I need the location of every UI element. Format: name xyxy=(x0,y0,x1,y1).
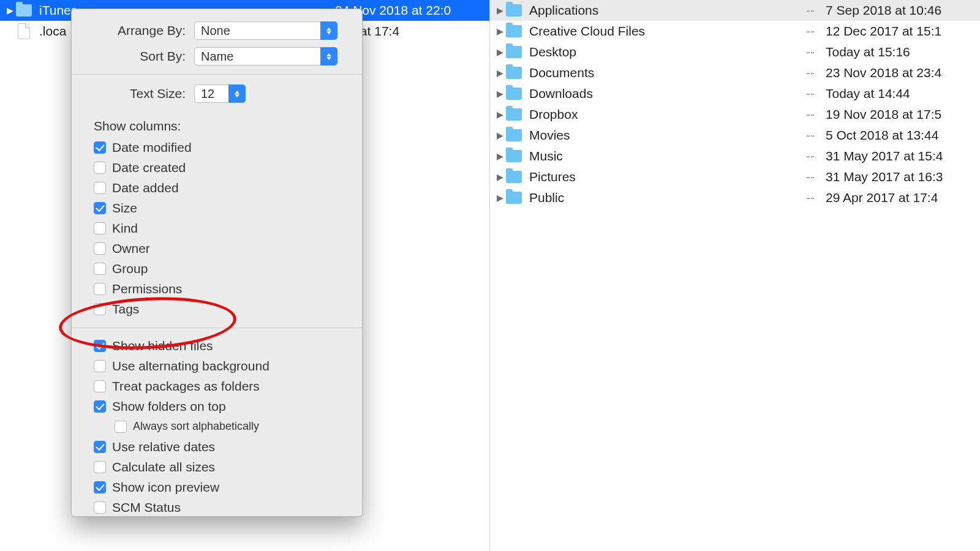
file-date: 7 Sep 2018 at 10:46 xyxy=(826,3,973,18)
option-label: Show hidden files xyxy=(112,339,213,353)
option-label: Date modified xyxy=(112,140,192,155)
checkbox[interactable] xyxy=(94,441,106,453)
file-size: -- xyxy=(806,24,826,39)
checkbox[interactable] xyxy=(94,360,106,372)
disclosure-triangle-icon[interactable]: ▶ xyxy=(495,110,505,119)
checkbox[interactable] xyxy=(94,182,106,194)
folder-icon xyxy=(506,108,522,121)
file-name: .loca xyxy=(33,24,66,39)
file-icon xyxy=(18,23,30,39)
file-size: -- xyxy=(806,86,826,101)
folder-icon xyxy=(506,25,522,37)
file-date: 31 May 2017 at 15:4 xyxy=(826,149,973,163)
file-row[interactable]: ▶Creative Cloud Files--12 Dec 2017 at 15… xyxy=(490,21,980,42)
checkbox[interactable] xyxy=(94,222,106,234)
option-label: Show icon preview xyxy=(112,480,219,495)
file-name: Dropbox xyxy=(523,107,578,122)
option-label: Use alternating background xyxy=(112,359,270,373)
option-row[interactable]: Group xyxy=(94,258,344,279)
left-pane: ▶iTunes--24 Nov 2018 at 22:0.loca017 at … xyxy=(0,0,490,551)
option-row[interactable]: SCM Status xyxy=(94,497,344,517)
checkbox[interactable] xyxy=(94,481,106,493)
disclosure-triangle-icon[interactable]: ▶ xyxy=(495,89,505,99)
right-pane: ▶Applications--7 Sep 2018 at 10:46▶Creat… xyxy=(490,0,980,551)
option-row[interactable]: Owner xyxy=(94,238,344,258)
option-label: Size xyxy=(112,201,137,216)
option-row[interactable]: Tags xyxy=(94,299,344,319)
checkbox[interactable] xyxy=(94,400,106,413)
file-size: -- xyxy=(806,66,826,80)
arrange-by-select[interactable]: None xyxy=(194,21,337,40)
option-label: Show folders on top xyxy=(112,399,226,414)
disclosure-triangle-icon[interactable]: ▶ xyxy=(495,26,505,36)
file-row[interactable]: ▶Downloads--Today at 14:44 xyxy=(490,83,980,104)
sort-by-value: Name xyxy=(201,50,233,64)
text-size-select[interactable]: 12 xyxy=(194,84,246,103)
option-row[interactable]: Use relative dates xyxy=(94,437,344,457)
checkbox[interactable] xyxy=(94,340,106,352)
checkbox[interactable] xyxy=(94,242,106,255)
option-row[interactable]: Always sort alphabetically xyxy=(94,416,344,437)
disclosure-triangle-icon[interactable]: ▶ xyxy=(495,151,505,161)
checkbox[interactable] xyxy=(94,141,106,154)
option-row[interactable]: Use alternating background xyxy=(94,356,344,376)
option-row[interactable]: Kind xyxy=(94,218,344,238)
file-row[interactable]: ▶Public--29 Apr 2017 at 17:4 xyxy=(490,187,980,208)
folder-icon xyxy=(506,46,522,58)
disclosure-triangle-icon[interactable]: ▶ xyxy=(495,130,505,140)
file-row[interactable]: ▶Desktop--Today at 15:16 xyxy=(490,42,980,62)
option-row[interactable]: Show folders on top xyxy=(94,396,344,416)
file-name: Creative Cloud Files xyxy=(523,24,645,39)
file-size: -- xyxy=(806,149,826,163)
disclosure-triangle-icon[interactable]: ▶ xyxy=(495,47,505,57)
option-row[interactable]: Treat packages as folders xyxy=(94,376,344,396)
option-row[interactable]: Date added xyxy=(94,178,344,198)
option-row[interactable]: Date created xyxy=(94,157,344,178)
folder-icon xyxy=(506,171,522,183)
file-row[interactable]: ▶Documents--23 Nov 2018 at 23:4 xyxy=(490,62,980,83)
file-row[interactable]: ▶Music--31 May 2017 at 15:4 xyxy=(490,146,980,167)
folder-icon xyxy=(506,129,522,141)
file-row[interactable]: ▶Movies--5 Oct 2018 at 13:44 xyxy=(490,125,980,146)
folder-icon xyxy=(506,192,522,204)
checkbox[interactable] xyxy=(94,501,106,514)
file-row[interactable]: ▶Applications--7 Sep 2018 at 10:46 xyxy=(490,0,980,21)
file-date: 31 May 2017 at 16:3 xyxy=(826,170,973,184)
file-size: -- xyxy=(806,170,826,184)
disclosure-triangle-icon[interactable]: ▶ xyxy=(495,68,505,78)
disclosure-triangle-icon[interactable]: ▶ xyxy=(495,193,505,203)
file-row[interactable]: ▶Pictures--31 May 2017 at 16:3 xyxy=(490,167,980,187)
option-row[interactable]: Calculate all sizes xyxy=(94,457,344,477)
checkbox[interactable] xyxy=(94,461,106,473)
checkbox[interactable] xyxy=(94,283,106,295)
text-size-label: Text Size: xyxy=(72,86,194,101)
checkbox[interactable] xyxy=(94,202,106,214)
folder-icon xyxy=(506,150,522,162)
checkbox[interactable] xyxy=(94,380,106,392)
option-row[interactable]: Date modified xyxy=(94,137,344,157)
file-name: Pictures xyxy=(523,170,576,184)
disclosure-triangle-icon[interactable]: ▶ xyxy=(5,6,15,15)
checkbox[interactable] xyxy=(94,303,106,315)
folder-icon xyxy=(506,4,522,17)
checkbox[interactable] xyxy=(115,421,127,433)
option-row[interactable]: Show icon preview xyxy=(94,477,344,497)
option-label: Date created xyxy=(112,160,186,175)
option-label: SCM Status xyxy=(112,500,181,515)
option-row[interactable]: Size xyxy=(94,198,344,218)
file-row[interactable]: ▶Dropbox--19 Nov 2018 at 17:5 xyxy=(490,104,980,125)
disclosure-triangle-icon[interactable]: ▶ xyxy=(495,6,505,15)
option-row[interactable]: Show hidden files xyxy=(94,335,344,356)
disclosure-triangle-icon[interactable]: ▶ xyxy=(495,172,505,182)
checkbox[interactable] xyxy=(94,162,106,174)
file-size: -- xyxy=(806,3,826,18)
checkbox[interactable] xyxy=(94,263,106,275)
file-name: Public xyxy=(523,190,564,205)
arrange-by-label: Arrange By: xyxy=(72,23,194,38)
sort-by-select[interactable]: Name xyxy=(194,47,337,66)
file-size: -- xyxy=(806,190,826,205)
file-date: Today at 15:16 xyxy=(826,45,973,59)
stepper-icon xyxy=(320,47,337,66)
option-label: Use relative dates xyxy=(112,440,215,454)
option-row[interactable]: Permissions xyxy=(94,279,344,299)
